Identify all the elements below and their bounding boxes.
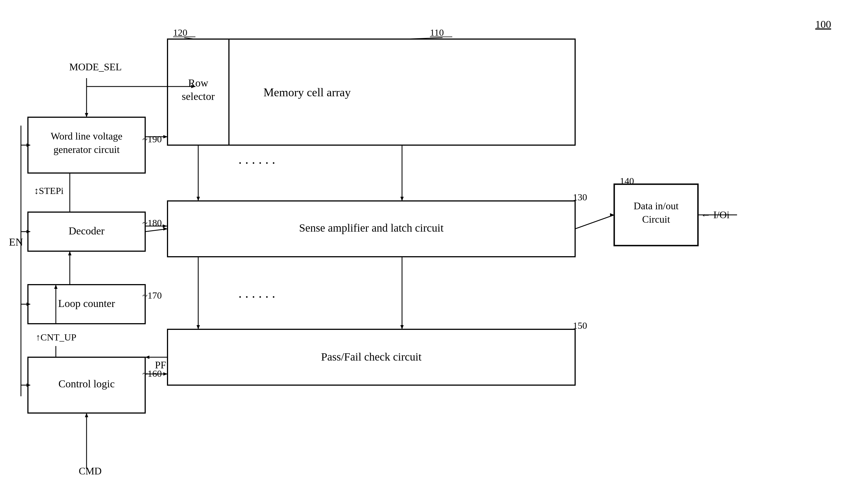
svg-marker-32 — [196, 197, 200, 201]
svg-marker-5 — [27, 230, 31, 233]
decoder-label: Decoder — [69, 225, 105, 237]
memory-cell-array-label: Memory cell array — [263, 86, 351, 99]
dots-top: · · · · · · — [238, 155, 275, 170]
cnt-up-label: ↑CNT_UP — [36, 332, 76, 342]
svg-marker-21 — [54, 285, 57, 289]
svg-marker-27 — [163, 372, 167, 376]
dots-bottom: · · · · · · — [238, 290, 275, 304]
cmd-label: CMD — [79, 465, 101, 477]
svg-marker-40 — [85, 413, 88, 417]
data-inout-label2: Circuit — [642, 214, 670, 225]
row-selector-label1: Row — [188, 77, 208, 89]
word-line-label1: Word line voltage — [51, 130, 122, 142]
circuit-diagram: 100 Memory cell array 110 Row selector 1… — [0, 0, 861, 504]
mode-sel-label: MODE_SEL — [69, 61, 122, 72]
word-line-label2: generator circuit — [54, 144, 120, 155]
control-logic-label: Control logic — [58, 378, 115, 390]
svg-marker-23 — [68, 251, 71, 255]
ref-110: 110 — [430, 27, 444, 38]
svg-marker-18 — [163, 227, 167, 230]
row-selector-label2: selector — [182, 90, 215, 102]
stepi-label: ↕STEPi — [34, 185, 64, 196]
diagram: 100 Memory cell array 110 Row selector 1… — [0, 0, 861, 504]
svg-marker-7 — [27, 303, 31, 306]
ref-150: 150 — [573, 320, 587, 331]
loop-counter-label: Loop counter — [58, 297, 115, 309]
data-inout-label1: Data in/out — [634, 200, 679, 211]
svg-line-28 — [575, 215, 614, 229]
svg-marker-9 — [27, 383, 31, 387]
svg-marker-36 — [400, 325, 404, 329]
svg-marker-38 — [196, 325, 200, 329]
svg-marker-11 — [85, 113, 88, 117]
svg-marker-25 — [145, 355, 149, 359]
ref-190: ~190 — [142, 134, 162, 144]
svg-marker-34 — [400, 197, 404, 201]
svg-marker-44 — [163, 224, 167, 228]
pass-fail-label: Pass/Fail check circuit — [321, 350, 422, 363]
pf-label: PF — [155, 360, 166, 370]
ref-120: 120 — [173, 27, 187, 38]
ref-100: 100 — [815, 18, 831, 30]
svg-marker-3 — [27, 143, 31, 147]
ref-140: 140 — [620, 176, 634, 186]
svg-marker-16 — [163, 135, 167, 138]
sense-amp-label: Sense amplifier and latch circuit — [299, 222, 443, 234]
ref-170: ~170 — [142, 290, 162, 300]
